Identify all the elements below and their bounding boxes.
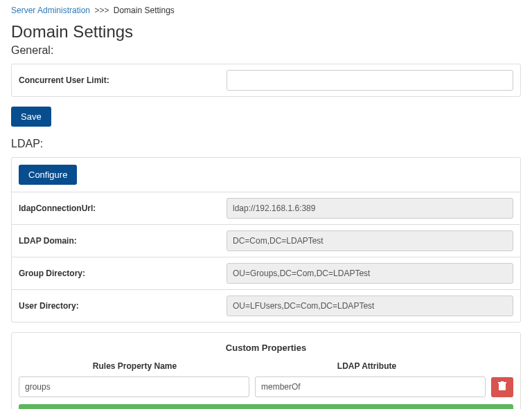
ldap-attribute-input[interactable] [255, 376, 486, 397]
delete-property-button[interactable] [491, 377, 513, 397]
column-header-ldap: LDAP Attribute [251, 361, 483, 371]
trash-icon [498, 381, 506, 391]
column-header-rules: Rules Property Name [19, 361, 251, 371]
ldap-connection-url-input [227, 198, 513, 219]
breadcrumb-root-link[interactable]: Server Administration [11, 6, 90, 15]
svg-rect-0 [499, 383, 506, 390]
save-button[interactable]: Save [11, 107, 51, 127]
breadcrumb: Server Administration >>> Domain Setting… [11, 6, 521, 15]
general-heading: General: [11, 44, 521, 57]
custom-property-row [19, 376, 513, 397]
breadcrumb-current: Domain Settings [114, 6, 175, 15]
ldap-heading: LDAP: [11, 138, 521, 150]
user-directory-input [227, 296, 513, 316]
custom-properties-title: Custom Properties [19, 340, 513, 361]
custom-properties-panel: Custom Properties Rules Property Name LD… [11, 332, 521, 409]
ldap-connection-url-label: ldapConnectionUrl: [19, 203, 227, 213]
ldap-panel: Configure ldapConnectionUrl: LDAP Domain… [11, 157, 521, 322]
breadcrumb-separator: >>> [94, 6, 109, 15]
svg-rect-2 [501, 381, 504, 383]
rules-property-name-input[interactable] [19, 376, 249, 397]
user-directory-label: User Directory: [19, 301, 227, 311]
ldap-domain-input [227, 230, 513, 251]
group-directory-label: Group Directory: [19, 269, 227, 278]
add-property-button[interactable]: Add Property [19, 404, 513, 409]
group-directory-input [227, 263, 513, 284]
concurrent-user-limit-label: Concurrent User Limit: [19, 75, 227, 85]
concurrent-user-limit-input[interactable] [227, 70, 513, 91]
ldap-domain-label: LDAP Domain: [19, 236, 227, 246]
general-panel: Concurrent User Limit: [11, 64, 521, 97]
configure-button[interactable]: Configure [19, 165, 77, 185]
page-title: Domain Settings [11, 22, 521, 42]
